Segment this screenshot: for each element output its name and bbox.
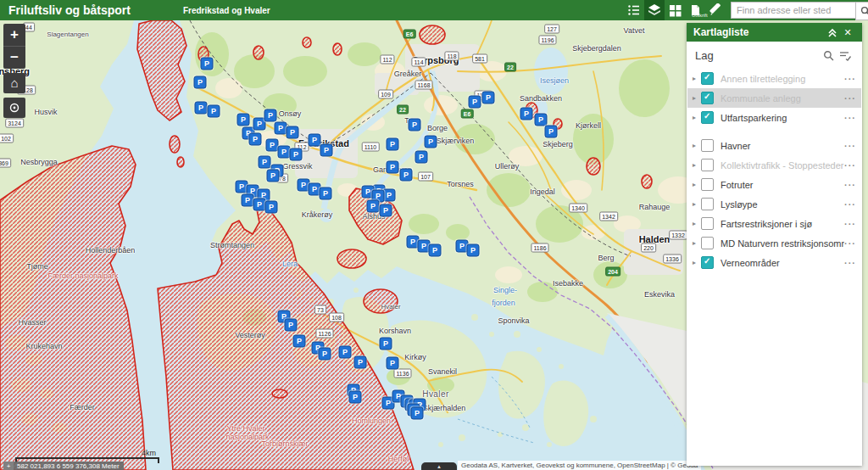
expand-arrow-icon[interactable]: ▸ bbox=[693, 200, 701, 208]
layer-row[interactable]: ▸ MD Naturvern restriksjonsområde ··· bbox=[687, 233, 861, 253]
expand-arrow-icon[interactable]: ▸ bbox=[693, 239, 701, 247]
parking-marker[interactable]: P bbox=[208, 105, 220, 118]
expand-arrow-icon[interactable]: ▸ bbox=[693, 161, 701, 169]
parking-marker[interactable]: P bbox=[253, 199, 266, 211]
parking-marker[interactable]: P bbox=[387, 138, 399, 151]
layer-row[interactable]: ▸ Verneområder ··· bbox=[687, 253, 861, 272]
layer-filter-button[interactable] bbox=[837, 47, 854, 64]
parking-marker[interactable]: P bbox=[400, 169, 413, 182]
layer-checkbox[interactable] bbox=[701, 139, 714, 152]
parking-marker[interactable]: P bbox=[293, 335, 306, 348]
parking-marker[interactable]: P bbox=[482, 92, 495, 104]
parking-marker[interactable]: P bbox=[367, 200, 380, 213]
layer-menu-icon[interactable]: ··· bbox=[844, 113, 856, 123]
parking-marker[interactable]: P bbox=[266, 139, 279, 152]
parking-marker[interactable]: P bbox=[285, 319, 298, 332]
layer-row[interactable]: ▸ Havner ··· bbox=[687, 136, 861, 155]
collapse-button[interactable] bbox=[825, 25, 840, 40]
zoom-out-button[interactable]: − bbox=[3, 47, 25, 69]
layer-row[interactable]: ▸ Fartsrestriksjoner i sjø ··· bbox=[687, 214, 861, 233]
parking-marker[interactable]: P bbox=[429, 244, 442, 257]
layer-checkbox[interactable] bbox=[701, 178, 714, 191]
layer-row[interactable]: ▸ Annen tilrettelegging ··· bbox=[687, 69, 861, 88]
zoom-control[interactable]: + − bbox=[3, 24, 25, 69]
parking-marker[interactable]: P bbox=[194, 76, 207, 89]
parking-marker[interactable]: P bbox=[467, 244, 480, 257]
expand-arrow-icon[interactable]: ▸ bbox=[693, 75, 701, 82]
layer-checkbox[interactable] bbox=[701, 159, 714, 171]
zoom-in-button[interactable]: + bbox=[3, 24, 25, 46]
parking-marker[interactable]: P bbox=[535, 114, 548, 126]
parking-marker[interactable]: P bbox=[349, 391, 362, 404]
layer-menu-icon[interactable]: ··· bbox=[844, 219, 856, 229]
parking-marker[interactable]: P bbox=[411, 407, 424, 420]
parking-marker[interactable]: P bbox=[383, 189, 396, 202]
parking-marker[interactable]: P bbox=[425, 136, 437, 148]
layer-checkbox[interactable] bbox=[701, 237, 714, 249]
parking-marker[interactable]: P bbox=[195, 102, 208, 115]
layer-checkbox[interactable] bbox=[701, 72, 714, 85]
layer-checkbox[interactable] bbox=[701, 111, 714, 124]
parking-marker[interactable]: P bbox=[249, 133, 262, 146]
basemap-button[interactable] bbox=[665, 0, 685, 20]
parking-marker[interactable]: P bbox=[387, 161, 399, 174]
parking-marker[interactable]: P bbox=[469, 96, 481, 109]
layer-menu-icon[interactable]: ··· bbox=[844, 258, 856, 268]
parking-marker[interactable]: P bbox=[242, 194, 254, 207]
parking-marker[interactable]: P bbox=[339, 346, 352, 359]
parking-marker[interactable]: P bbox=[259, 156, 271, 169]
expand-arrow-icon[interactable]: ▸ bbox=[693, 259, 701, 266]
layer-menu-icon[interactable]: ··· bbox=[844, 74, 856, 84]
parking-marker[interactable]: P bbox=[309, 134, 321, 147]
layer-row[interactable]: ▸ Kommunale anlegg ··· bbox=[687, 88, 861, 108]
parking-marker[interactable]: P bbox=[380, 338, 392, 350]
parking-marker[interactable]: P bbox=[264, 109, 277, 122]
parking-marker[interactable]: P bbox=[290, 148, 303, 161]
layer-row[interactable]: ▸ Lysløype ··· bbox=[687, 194, 861, 214]
draw-button[interactable] bbox=[705, 0, 726, 20]
parking-marker[interactable]: P bbox=[415, 151, 428, 164]
parking-marker[interactable]: P bbox=[320, 187, 332, 200]
parking-marker[interactable]: P bbox=[237, 114, 250, 126]
parking-marker[interactable]: P bbox=[409, 119, 421, 131]
layer-checkbox[interactable] bbox=[701, 92, 714, 104]
parking-marker[interactable]: P bbox=[387, 357, 399, 370]
home-button[interactable]: ⌂ bbox=[3, 73, 25, 93]
parking-marker[interactable]: P bbox=[320, 144, 333, 157]
layer-checkbox[interactable] bbox=[701, 198, 714, 210]
legend-button[interactable] bbox=[624, 0, 644, 20]
layer-menu-icon[interactable]: ··· bbox=[844, 141, 856, 151]
attribution-toggle[interactable]: ▲ bbox=[421, 462, 457, 470]
parking-marker[interactable]: P bbox=[265, 201, 278, 214]
layers-button[interactable] bbox=[644, 0, 665, 20]
layer-checkbox[interactable] bbox=[701, 256, 714, 269]
layer-row[interactable]: ▸ Fotruter ··· bbox=[687, 175, 861, 194]
close-button[interactable]: ✕ bbox=[840, 25, 855, 40]
search-input[interactable] bbox=[731, 2, 855, 19]
expand-arrow-icon[interactable]: ▸ bbox=[693, 114, 701, 121]
parking-marker[interactable]: P bbox=[545, 126, 558, 138]
layer-row[interactable]: ▸ Kollektivtrafikk - Stoppesteder ··· bbox=[687, 155, 861, 175]
parking-marker[interactable]: P bbox=[287, 126, 299, 139]
parking-marker[interactable]: P bbox=[380, 204, 392, 217]
parking-marker[interactable]: P bbox=[319, 348, 331, 361]
layer-menu-icon[interactable]: ··· bbox=[844, 160, 856, 171]
expand-arrow-icon[interactable]: ▸ bbox=[693, 220, 701, 227]
layer-checkbox[interactable] bbox=[701, 217, 714, 230]
expand-arrow-icon[interactable]: ▸ bbox=[693, 142, 701, 149]
parking-marker[interactable]: P bbox=[201, 58, 214, 70]
parking-marker[interactable]: P bbox=[267, 170, 280, 182]
expand-arrow-icon[interactable]: ▸ bbox=[693, 94, 701, 102]
locate-button[interactable] bbox=[3, 98, 25, 118]
parking-marker[interactable]: P bbox=[275, 122, 287, 135]
layer-search-button[interactable] bbox=[820, 47, 837, 64]
print-button[interactable]: Utskrift bbox=[685, 0, 705, 20]
layer-menu-icon[interactable]: ··· bbox=[844, 93, 856, 104]
crosshair-icon[interactable]: + bbox=[3, 462, 14, 470]
expand-arrow-icon[interactable]: ▸ bbox=[693, 181, 701, 188]
layer-row[interactable]: ▸ Utfartsparkering ··· bbox=[687, 108, 861, 127]
parking-marker[interactable]: P bbox=[520, 108, 533, 120]
parking-marker[interactable]: P bbox=[354, 356, 367, 369]
layer-menu-icon[interactable]: ··· bbox=[844, 199, 856, 210]
search-button[interactable] bbox=[855, 2, 868, 20]
